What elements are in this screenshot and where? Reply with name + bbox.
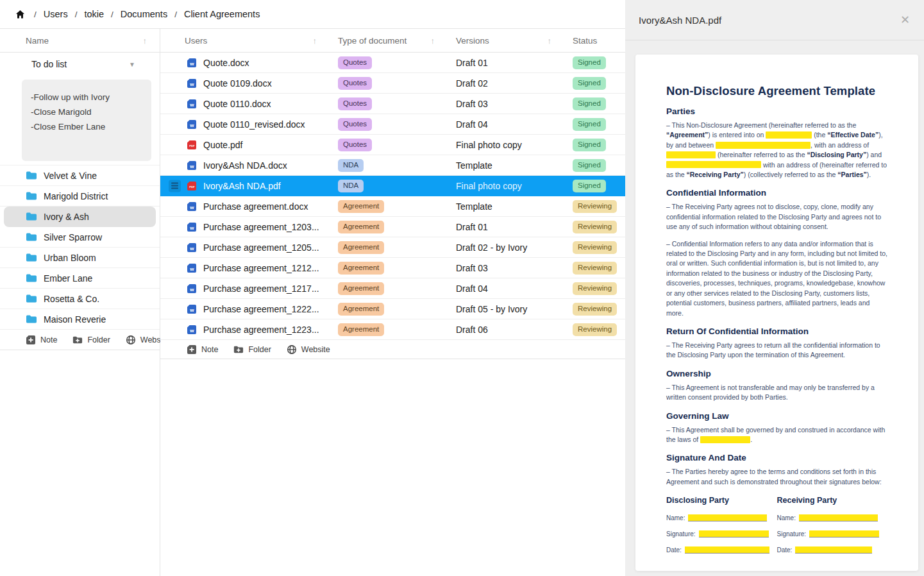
signature-field: Date: — [666, 546, 777, 554]
signature-field: Signature: — [666, 530, 777, 538]
sidebar: Name ↑ To do list ▼ -Follow up with Ivor… — [0, 29, 160, 576]
highlight-blank — [766, 131, 812, 139]
table-row[interactable]: wPurchase agreement_1212...AgreementDraf… — [160, 258, 625, 278]
arrow-up-icon[interactable]: ↑ — [313, 36, 317, 46]
preview-body: Non-Disclosure Agreement TemplateParties… — [625, 40, 924, 576]
table-row[interactable]: wPurchase agreement_1223...AgreementDraf… — [160, 319, 625, 340]
preview-panel: Ivory&Ash NDA.pdf ✕ Non-Disclosure Agree… — [625, 0, 924, 576]
svg-text:w: w — [189, 60, 194, 66]
sidebar-folder-item[interactable]: Velvet & Vine — [0, 165, 160, 186]
file-name: Purchase agreement_1223... — [203, 325, 319, 335]
signature-blank — [688, 514, 767, 521]
file-name-cell: wQuote 0110_revised.docx — [160, 119, 338, 130]
svg-text:w: w — [189, 122, 194, 128]
table-row[interactable]: PDFQuote.pdfQuotesFinal photo copySigned — [160, 135, 625, 155]
signature-field-label: Date: — [666, 546, 682, 554]
highlight-blank — [666, 151, 716, 158]
website-button[interactable]: Website — [287, 344, 330, 355]
type-cell: NDA — [338, 158, 456, 172]
sidebar-folder-item[interactable]: Ivory & Ash — [4, 207, 156, 227]
word-file-icon: w — [187, 160, 197, 171]
sidebar-folder-item[interactable]: Maison Reverie — [0, 309, 160, 330]
word-file-icon: w — [187, 78, 197, 89]
arrow-up-icon[interactable]: ↑ — [431, 36, 435, 46]
sidebar-item-todo-list[interactable]: To do list ▼ — [0, 53, 160, 76]
table-row[interactable]: wQuote.docxQuotesDraft 01Signed — [160, 53, 625, 73]
sidebar-folder-item[interactable]: Ember Lane — [0, 268, 160, 289]
table-row[interactable]: wQuote 0110.docxQuotesDraft 03Signed — [160, 94, 625, 114]
note-button[interactable]: Note — [187, 344, 218, 355]
version-cell: Draft 03 — [456, 99, 573, 109]
type-cell: Agreement — [338, 241, 456, 254]
svg-text:w: w — [189, 245, 194, 251]
file-name-cell: wPurchase agreement_1205... — [160, 242, 338, 253]
folder-button[interactable]: Folder — [233, 345, 271, 354]
document-paragraph: – The Receiving Party agrees not to disc… — [666, 202, 887, 232]
pdf-file-icon: PDF — [187, 140, 197, 150]
file-name-cell: wPurchase agreement_1217... — [160, 284, 338, 294]
table-row[interactable]: wQuote 0110_revised.docxQuotesDraft 04Si… — [160, 114, 625, 135]
version-cell: Template — [456, 201, 573, 212]
breadcrumb-item[interactable]: Client Agreements — [184, 9, 260, 19]
home-icon[interactable] — [15, 10, 25, 19]
table-row[interactable]: wPurchase agreement_1217...AgreementDraf… — [160, 278, 625, 299]
status-badge: Reviewing — [573, 241, 617, 254]
table-row[interactable]: wPurchase agreement_1203...AgreementDraf… — [160, 217, 625, 237]
table-row[interactable]: wPurchase agreement_1222...AgreementDraf… — [160, 299, 625, 319]
folder-button[interactable]: Folder — [72, 335, 110, 344]
breadcrumb-separator: / — [75, 10, 78, 19]
table-header: Users↑Type of document↑Versions↑Status — [160, 29, 625, 53]
folder-icon — [26, 212, 37, 221]
version-cell: Draft 05 - by Ivory — [456, 304, 573, 314]
folder-label: Ivory & Ash — [44, 212, 89, 222]
type-badge: Quotes — [338, 118, 372, 131]
file-name: Ivory&Ash NDA.docx — [203, 160, 287, 171]
type-badge: Quotes — [338, 139, 372, 151]
table-row[interactable]: wQuote 0109.docxQuotesDraft 02Signed — [160, 73, 625, 94]
todo-line: -Close Marigold — [31, 105, 142, 119]
sidebar-folder-item[interactable]: Marigold District — [0, 186, 160, 207]
type-cell: Quotes — [338, 138, 456, 151]
signature-field-label: Signature: — [666, 530, 696, 538]
arrow-up-icon[interactable]: ↑ — [548, 36, 552, 46]
status-badge: Signed — [573, 139, 606, 151]
version-cell: Draft 06 — [456, 325, 573, 335]
breadcrumb-item[interactable]: Documents — [121, 9, 167, 19]
action-label: Website — [301, 345, 330, 354]
file-name: Ivory&Ash NDA.pdf — [203, 181, 281, 191]
file-name: Purchase agreement_1212... — [203, 263, 319, 273]
drag-handle-icon[interactable] — [169, 180, 181, 192]
sidebar-folder-item[interactable]: Urban Bloom — [0, 248, 160, 268]
word-file-icon: w — [187, 242, 197, 253]
sidebar-folder-item[interactable]: Rosetta & Co. — [0, 289, 160, 309]
breadcrumb-item[interactable]: tokie — [84, 9, 104, 19]
version-cell: Final photo copy — [456, 181, 573, 191]
svg-text:w: w — [189, 101, 194, 107]
document-section-heading: Ownership — [666, 369, 887, 378]
highlight-blank — [700, 436, 750, 443]
close-icon[interactable]: ✕ — [900, 14, 910, 26]
document-paragraph: – This Agreement is not transferable and… — [666, 383, 887, 403]
chevron-down-icon[interactable]: ▼ — [129, 61, 135, 68]
table-row[interactable]: PDFIvory&Ash NDA.pdfNDAFinal photo copyS… — [160, 176, 625, 196]
type-badge: Agreement — [338, 323, 384, 336]
folder-label: Urban Bloom — [44, 253, 96, 263]
sidebar-folder-item[interactable]: Silver Sparrow — [0, 227, 160, 248]
note-button[interactable]: Note — [26, 335, 57, 345]
status-cell: Signed — [573, 76, 625, 90]
action-label: Note — [201, 345, 218, 354]
table-row[interactable]: wIvory&Ash NDA.docxNDATemplateSigned — [160, 155, 625, 176]
column-header: Status — [573, 36, 625, 46]
table-row[interactable]: wPurchase agreement_1205...AgreementDraf… — [160, 237, 625, 258]
type-badge: NDA — [338, 159, 364, 172]
breadcrumb-item[interactable]: Users — [44, 9, 68, 19]
table-row[interactable]: wPurchase agreement.docxAgreementTemplat… — [160, 196, 625, 217]
status-cell: Reviewing — [573, 302, 625, 316]
status-badge: Reviewing — [573, 262, 617, 275]
type-cell: Agreement — [338, 220, 456, 233]
type-badge: Agreement — [338, 303, 384, 316]
breadcrumb: /Users/tokie/Documents/Client Agreements — [0, 0, 625, 29]
status-badge: Reviewing — [573, 303, 617, 316]
todo-note-preview[interactable]: -Follow up with Ivory-Close Marigold-Clo… — [22, 80, 151, 161]
arrow-up-icon[interactable]: ↑ — [143, 36, 147, 46]
